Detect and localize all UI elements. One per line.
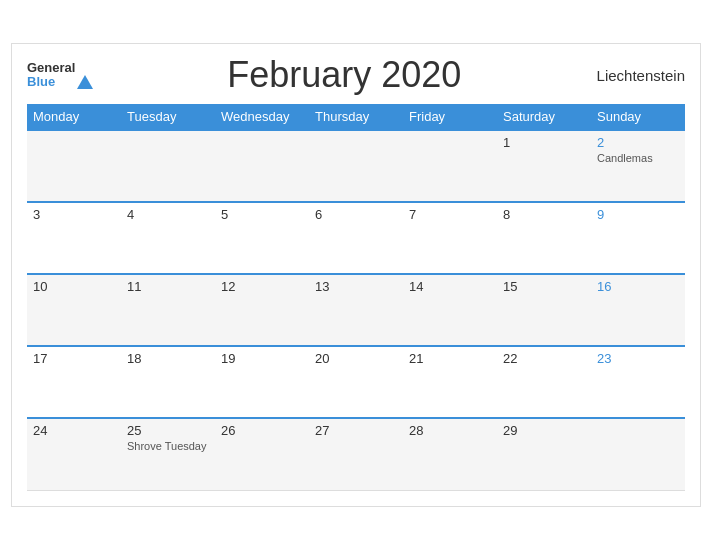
day-cell: 7 xyxy=(403,202,497,274)
week-row-5: 2425Shrove Tuesday26272829 xyxy=(27,418,685,490)
day-number: 6 xyxy=(315,207,397,222)
day-number: 10 xyxy=(33,279,115,294)
day-number: 28 xyxy=(409,423,491,438)
day-cell: 24 xyxy=(27,418,121,490)
week-row-3: 10111213141516 xyxy=(27,274,685,346)
day-cell: 4 xyxy=(121,202,215,274)
day-number: 20 xyxy=(315,351,397,366)
day-number: 22 xyxy=(503,351,585,366)
day-number: 27 xyxy=(315,423,397,438)
day-cell xyxy=(121,130,215,202)
day-number: 15 xyxy=(503,279,585,294)
col-thursday: Thursday xyxy=(309,104,403,130)
day-cell xyxy=(403,130,497,202)
calendar-header: General Blue February 2020 Liechtenstein xyxy=(27,54,685,96)
day-cell: 12 xyxy=(215,274,309,346)
day-cell: 29 xyxy=(497,418,591,490)
day-headers: Monday Tuesday Wednesday Thursday Friday… xyxy=(27,104,685,130)
col-saturday: Saturday xyxy=(497,104,591,130)
day-number: 24 xyxy=(33,423,115,438)
day-event: Shrove Tuesday xyxy=(127,440,209,452)
day-number: 11 xyxy=(127,279,209,294)
col-monday: Monday xyxy=(27,104,121,130)
calendar-body: 12Candlemas34567891011121314151617181920… xyxy=(27,130,685,490)
day-number: 1 xyxy=(503,135,585,150)
day-cell: 23 xyxy=(591,346,685,418)
col-sunday: Sunday xyxy=(591,104,685,130)
day-cell: 22 xyxy=(497,346,591,418)
day-cell: 6 xyxy=(309,202,403,274)
logo-blue-text: Blue xyxy=(27,75,55,89)
week-row-2: 3456789 xyxy=(27,202,685,274)
calendar-header-row: Monday Tuesday Wednesday Thursday Friday… xyxy=(27,104,685,130)
day-cell: 16 xyxy=(591,274,685,346)
day-cell: 15 xyxy=(497,274,591,346)
day-number: 17 xyxy=(33,351,115,366)
calendar-table: Monday Tuesday Wednesday Thursday Friday… xyxy=(27,104,685,491)
day-cell: 14 xyxy=(403,274,497,346)
day-number: 3 xyxy=(33,207,115,222)
day-cell: 25Shrove Tuesday xyxy=(121,418,215,490)
day-number: 18 xyxy=(127,351,209,366)
day-cell: 5 xyxy=(215,202,309,274)
day-number: 29 xyxy=(503,423,585,438)
day-number: 4 xyxy=(127,207,209,222)
day-number: 14 xyxy=(409,279,491,294)
day-cell: 3 xyxy=(27,202,121,274)
day-cell xyxy=(591,418,685,490)
day-number: 9 xyxy=(597,207,679,222)
day-cell: 11 xyxy=(121,274,215,346)
day-cell: 21 xyxy=(403,346,497,418)
day-cell: 28 xyxy=(403,418,497,490)
day-cell: 1 xyxy=(497,130,591,202)
day-cell: 8 xyxy=(497,202,591,274)
col-tuesday: Tuesday xyxy=(121,104,215,130)
day-number: 21 xyxy=(409,351,491,366)
country-label: Liechtenstein xyxy=(595,67,685,84)
logo-general-text: General xyxy=(27,61,93,75)
day-cell: 19 xyxy=(215,346,309,418)
day-cell xyxy=(215,130,309,202)
day-number: 13 xyxy=(315,279,397,294)
col-wednesday: Wednesday xyxy=(215,104,309,130)
week-row-1: 12Candlemas xyxy=(27,130,685,202)
day-number: 23 xyxy=(597,351,679,366)
day-number: 12 xyxy=(221,279,303,294)
day-number: 26 xyxy=(221,423,303,438)
day-cell: 10 xyxy=(27,274,121,346)
day-number: 7 xyxy=(409,207,491,222)
day-cell xyxy=(309,130,403,202)
week-row-4: 17181920212223 xyxy=(27,346,685,418)
col-friday: Friday xyxy=(403,104,497,130)
day-number: 16 xyxy=(597,279,679,294)
logo-triangle-icon xyxy=(77,60,93,89)
day-cell: 27 xyxy=(309,418,403,490)
day-cell: 17 xyxy=(27,346,121,418)
day-cell xyxy=(27,130,121,202)
day-number: 25 xyxy=(127,423,209,438)
day-cell: 9 xyxy=(591,202,685,274)
day-cell: 2Candlemas xyxy=(591,130,685,202)
day-number: 5 xyxy=(221,207,303,222)
day-cell: 26 xyxy=(215,418,309,490)
day-cell: 13 xyxy=(309,274,403,346)
day-number: 19 xyxy=(221,351,303,366)
day-event: Candlemas xyxy=(597,152,679,164)
logo-text: General Blue xyxy=(27,61,93,90)
day-number: 2 xyxy=(597,135,679,150)
calendar: General Blue February 2020 Liechtenstein… xyxy=(11,43,701,507)
day-cell: 18 xyxy=(121,346,215,418)
day-number: 8 xyxy=(503,207,585,222)
logo: General Blue xyxy=(27,61,93,90)
day-cell: 20 xyxy=(309,346,403,418)
month-title: February 2020 xyxy=(93,54,595,96)
